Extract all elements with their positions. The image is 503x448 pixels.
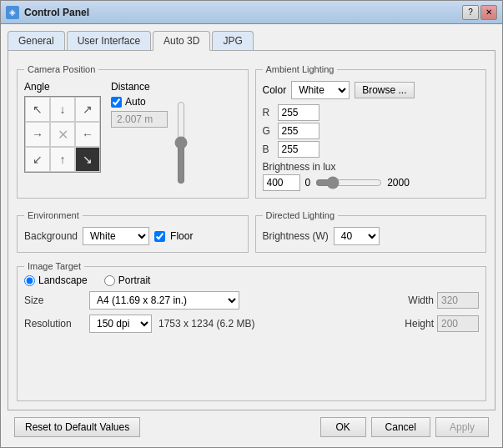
env-row: Background White Floor xyxy=(24,227,241,245)
r-label: R xyxy=(263,107,273,118)
g-input[interactable] xyxy=(278,123,319,139)
color-label: Color xyxy=(263,84,287,96)
titlebar: ◈ Control Panel ? ✕ xyxy=(1,1,502,24)
background-label: Background xyxy=(24,230,78,242)
tab-auto-3d[interactable]: Auto 3D xyxy=(153,31,210,51)
main-window: ◈ Control Panel ? ✕ General User Interfa… xyxy=(0,0,503,448)
distance-label: Distance xyxy=(111,81,150,93)
directed-lighting-label: Directed Lighting xyxy=(263,210,339,220)
camera-position-label: Camera Position xyxy=(24,64,98,74)
arrow-nw[interactable]: ↖ xyxy=(25,97,50,122)
arrow-e[interactable]: ← xyxy=(75,122,100,147)
directed-lighting-panel: Directed Lighting Brightness (W) 40 xyxy=(255,210,487,253)
apply-button[interactable]: Apply xyxy=(435,417,489,437)
arrow-se[interactable]: ↘ xyxy=(75,147,100,172)
distance-slider[interactable] xyxy=(173,101,189,184)
width-input[interactable] xyxy=(437,292,479,309)
brightness-zero: 0 xyxy=(305,177,311,189)
height-input[interactable] xyxy=(437,315,479,332)
brightness-slider[interactable] xyxy=(315,176,382,189)
portrait-label: Portrait xyxy=(118,274,151,286)
angle-column: Angle ↖ ↓ ↗ → ✕ ← ↙ xyxy=(24,81,101,184)
brightness-lux-label: Brightness in lux xyxy=(263,161,480,173)
portrait-radio[interactable] xyxy=(104,275,115,286)
tab-content: Camera Position Angle ↖ ↓ ↗ → xyxy=(8,50,495,410)
color-row: Color White Browse ... xyxy=(263,81,480,99)
arrow-s[interactable]: ↑ xyxy=(50,147,75,172)
brightness-row: 0 2000 xyxy=(263,174,480,191)
brightness-input[interactable] xyxy=(263,174,300,191)
environment-panel: Environment Background White Floor xyxy=(17,210,249,253)
directed-brightness-select[interactable]: 40 xyxy=(334,227,380,245)
background-select[interactable]: White xyxy=(83,227,149,245)
brightness-max: 2000 xyxy=(387,177,410,189)
help-button[interactable]: ? xyxy=(462,5,479,20)
floor-checkbox[interactable] xyxy=(154,231,165,242)
size-select[interactable]: A4 (11.69 x 8.27 in.) xyxy=(89,291,239,310)
reset-button[interactable]: Reset to Default Values xyxy=(14,417,140,437)
image-target-inner: Landscape Portrait Size A4 (11.69 x 8.27 xyxy=(24,274,479,333)
auto-label: Auto xyxy=(125,96,146,108)
distance-value: 2.007 m xyxy=(111,111,168,128)
browse-button[interactable]: Browse ... xyxy=(355,82,414,98)
r-row: R xyxy=(263,104,480,121)
g-row: G xyxy=(263,123,480,139)
arrow-grid: ↖ ↓ ↗ → ✕ ← ↙ ↑ ↘ xyxy=(24,96,101,173)
cancel-button[interactable]: Cancel xyxy=(371,417,430,437)
resolution-text: 1753 x 1234 (6.2 MB) xyxy=(158,318,254,330)
arrow-center[interactable]: ✕ xyxy=(50,122,75,147)
arrow-w[interactable]: → xyxy=(25,122,50,147)
titlebar-buttons: ? ✕ xyxy=(462,5,497,20)
portrait-option[interactable]: Portrait xyxy=(104,274,151,286)
size-row: Size A4 (11.69 x 8.27 in.) xyxy=(24,291,401,310)
ambient-lighting-label: Ambient Lighting xyxy=(263,64,338,74)
angle-label: Angle xyxy=(24,81,101,93)
app-icon: ◈ xyxy=(6,6,19,19)
landscape-radio[interactable] xyxy=(24,275,35,286)
b-row: B xyxy=(263,141,480,158)
tab-bar: General User Interface Auto 3D JPG xyxy=(8,31,495,51)
arrow-sw[interactable]: ↙ xyxy=(25,147,50,172)
width-label: Width xyxy=(408,294,434,306)
color-select[interactable]: White xyxy=(291,81,350,99)
ok-button[interactable]: OK xyxy=(320,417,366,437)
g-label: G xyxy=(263,125,273,137)
top-row: Camera Position Angle ↖ ↓ ↗ → xyxy=(17,59,486,199)
close-button[interactable]: ✕ xyxy=(480,5,497,20)
resolution-label: Resolution xyxy=(24,318,83,330)
directed-brightness-label: Brightness (W) xyxy=(263,230,329,242)
tab-jpg[interactable]: JPG xyxy=(212,31,253,51)
auto-row: Auto xyxy=(111,96,168,108)
height-group: Height xyxy=(405,315,479,332)
landscape-label: Landscape xyxy=(38,274,88,286)
height-label: Height xyxy=(405,318,434,330)
orientation-row: Landscape Portrait xyxy=(24,274,479,286)
r-input[interactable] xyxy=(278,104,319,121)
ambient-lighting-panel: Ambient Lighting Color White Browse ... … xyxy=(255,64,487,199)
camera-position-panel: Camera Position Angle ↖ ↓ ↗ → xyxy=(17,64,249,199)
res-height-row: Resolution 150 dpi 1753 x 1234 (6.2 MB) … xyxy=(24,315,479,333)
landscape-option[interactable]: Landscape xyxy=(24,274,88,286)
width-group: Width xyxy=(408,292,479,309)
ambient-inner: Color White Browse ... R G xyxy=(263,81,480,191)
distance-column: Distance Auto 2.007 m xyxy=(111,81,189,184)
b-label: B xyxy=(263,143,273,155)
image-target-panel: Image Target Landscape Portrait xyxy=(17,261,486,401)
window-title: Control Panel xyxy=(24,7,462,18)
arrow-n[interactable]: ↓ xyxy=(50,97,75,122)
size-label: Size xyxy=(24,294,83,306)
camera-pos-inner: Angle ↖ ↓ ↗ → ✕ ← ↙ xyxy=(24,81,241,184)
auto-dist-col: Auto 2.007 m xyxy=(111,96,168,128)
tab-general[interactable]: General xyxy=(8,31,65,51)
bottom-bar: Reset to Default Values OK Cancel Apply xyxy=(8,410,495,440)
image-target-label: Image Target xyxy=(24,261,84,271)
arrow-ne[interactable]: ↗ xyxy=(75,97,100,122)
resolution-row: Resolution 150 dpi 1753 x 1234 (6.2 MB) xyxy=(24,315,398,333)
middle-row: Environment Background White Floor Direc… xyxy=(17,205,486,253)
action-buttons: OK Cancel Apply xyxy=(320,417,489,437)
tab-user-interface[interactable]: User Interface xyxy=(67,31,151,51)
auto-checkbox[interactable] xyxy=(111,97,122,108)
resolution-select[interactable]: 150 dpi xyxy=(89,315,152,333)
b-input[interactable] xyxy=(278,141,319,158)
floor-label: Floor xyxy=(170,230,193,242)
